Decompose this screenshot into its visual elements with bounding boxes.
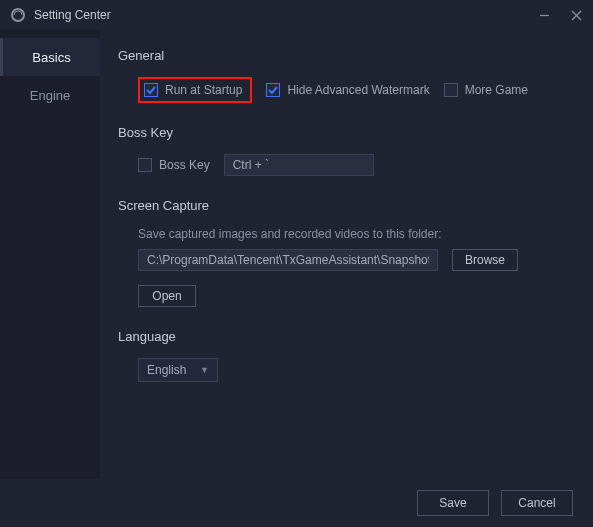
section-title: General [118, 48, 575, 63]
sidebar-item-engine[interactable]: Engine [0, 76, 100, 114]
checkbox-label: Hide Advanced Watermark [287, 83, 429, 97]
checkbox-more-game[interactable]: More Game [444, 83, 528, 97]
content-panel: General Run at Startup Hide Advanced Wat… [100, 30, 593, 479]
open-button[interactable]: Open [138, 285, 196, 307]
sidebar: Basics Engine [0, 30, 100, 479]
window-title: Setting Center [34, 8, 111, 22]
chevron-down-icon: ▼ [200, 365, 209, 375]
section-title: Boss Key [118, 125, 575, 140]
checkbox-run-at-startup[interactable]: Run at Startup [144, 83, 242, 97]
titlebar: Setting Center [0, 0, 593, 30]
footer: Save Cancel [0, 479, 593, 527]
save-button[interactable]: Save [417, 490, 489, 516]
minimize-button[interactable] [537, 8, 551, 22]
sidebar-item-label: Basics [32, 50, 70, 65]
snapshot-path-input[interactable] [138, 249, 438, 271]
section-title: Screen Capture [118, 198, 575, 213]
hotkey-input[interactable] [224, 154, 374, 176]
sidebar-item-basics[interactable]: Basics [0, 38, 100, 76]
language-selected: English [147, 363, 186, 377]
screen-capture-desc: Save captured images and recorded videos… [118, 227, 575, 241]
checkbox-label: Boss Key [159, 158, 210, 172]
browse-button[interactable]: Browse [452, 249, 518, 271]
checkbox-boss-key[interactable]: Boss Key [138, 158, 210, 172]
app-logo-icon [10, 7, 26, 23]
highlight-run-at-startup: Run at Startup [138, 77, 252, 103]
section-boss-key: Boss Key Boss Key [118, 125, 575, 176]
language-select[interactable]: English ▼ [138, 358, 218, 382]
section-title: Language [118, 329, 575, 344]
checkbox-box-icon [266, 83, 280, 97]
close-button[interactable] [569, 8, 583, 22]
section-screen-capture: Screen Capture Save captured images and … [118, 198, 575, 307]
checkbox-label: Run at Startup [165, 83, 242, 97]
checkbox-box-icon [138, 158, 152, 172]
checkbox-label: More Game [465, 83, 528, 97]
checkbox-box-icon [144, 83, 158, 97]
section-language: Language English ▼ [118, 329, 575, 382]
sidebar-item-label: Engine [30, 88, 70, 103]
section-general: General Run at Startup Hide Advanced Wat… [118, 48, 575, 103]
checkbox-hide-watermark[interactable]: Hide Advanced Watermark [266, 83, 429, 97]
checkbox-box-icon [444, 83, 458, 97]
cancel-button[interactable]: Cancel [501, 490, 573, 516]
